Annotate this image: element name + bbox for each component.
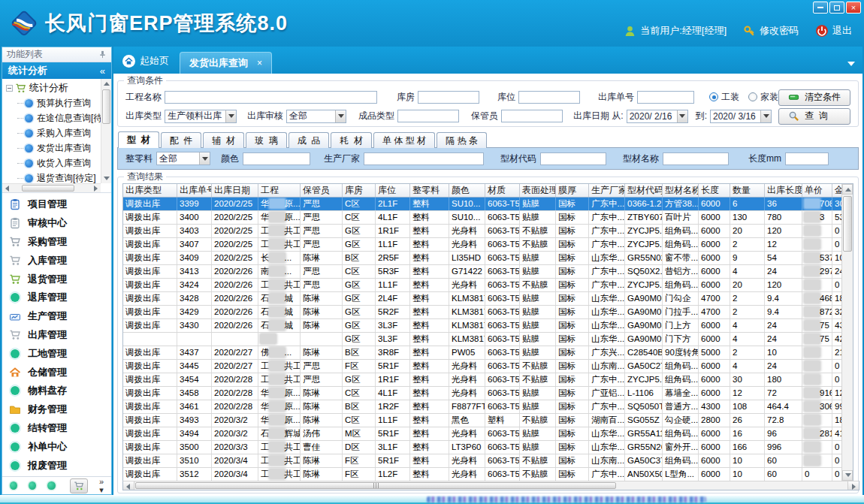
change-password-button[interactable]: 修改密码 [743, 24, 799, 38]
table-row[interactable]: 调拨出库34612020/2/28华原...陈琳B区1R2F整料F8877FT6… [123, 400, 841, 414]
column-header[interactable]: 金 [832, 184, 841, 197]
material-tab[interactable]: 耗 材 [331, 132, 372, 148]
audit-select[interactable]: 全部 [286, 110, 346, 123]
keeper-input[interactable] [501, 110, 563, 122]
column-header[interactable]: 出库日期 [212, 184, 258, 197]
table-row[interactable]: 调拨出库34002020/2/25华原...严思C区4L1F整料SU10...6… [123, 211, 841, 225]
column-header[interactable]: 工程 [258, 184, 301, 197]
table-row[interactable]: 调拨出库35122020/3/4工共工程陈琳F区1L2F整料光身料6063-T5… [123, 468, 841, 481]
grid-vertical-scrollbar[interactable] [841, 184, 853, 481]
table-row[interactable]: 调拨出库34542020/2/28工共工程严思G区1R1F整料光身料6063-T… [123, 373, 841, 387]
table-row[interactable]: 调拨出库34242020/2/26工共工程严思G区1L1F整料光身料6063-T… [123, 279, 841, 292]
tab-list-dropdown-icon[interactable] [847, 62, 855, 66]
search-button[interactable]: 查 询 [778, 108, 850, 125]
grid-horizontal-scrollbar[interactable] [122, 481, 859, 490]
zhengling-select[interactable]: 全部 [156, 152, 210, 165]
manufacturer-input[interactable] [364, 152, 484, 165]
tree-item[interactable]: 退货查询[待定] [17, 171, 101, 183]
table-row[interactable]: 调拨出库33992020/2/25华原...严思C区2L1F整料SU10...6… [123, 198, 841, 211]
radio-jiazhuang[interactable]: 家装 [748, 91, 778, 104]
out-type-select[interactable]: 生产领料出库 [165, 110, 237, 123]
section-header-statistics[interactable]: 统计分析 « [2, 62, 111, 79]
column-header[interactable]: 长度 [699, 184, 730, 197]
length-input[interactable] [785, 152, 829, 165]
tree-item[interactable]: 在途信息查询[待 [17, 110, 101, 125]
table-row[interactable]: 调拨出库34452020/2/27工共工程严思F区5R1F整料光身料6063-T… [123, 360, 841, 373]
material-tab[interactable]: 隔 热 条 [437, 132, 487, 148]
sidebar-module-退库管理[interactable]: 退库管理 [2, 288, 111, 307]
product-type-input[interactable] [397, 110, 459, 122]
column-header[interactable]: 数量 [730, 184, 765, 197]
column-header[interactable]: 型材名称 [663, 184, 699, 197]
radio-gongzhuang[interactable]: 工装 [709, 91, 739, 104]
table-row[interactable]: 调拨出库35002020/3/3工共工程曹佳D区3L1F整料LT3P606063… [123, 441, 841, 454]
column-header[interactable]: 库房 [343, 184, 376, 197]
column-header[interactable]: 出库类型 [123, 184, 177, 197]
table-row[interactable]: 调拨出库34092020/2/25长...陈琳B区2R5F整料LI35HD606… [123, 252, 841, 265]
warehouse-input[interactable] [418, 91, 479, 104]
column-header[interactable]: 单价 [802, 184, 832, 197]
profile-code-input[interactable] [540, 152, 606, 165]
sidebar-module-物料盘存[interactable]: 物料盘存 [2, 382, 111, 400]
material-tab[interactable]: 成 品 [289, 132, 330, 148]
module-dot-icon[interactable] [29, 481, 36, 490]
material-tab[interactable]: 辅 材 [203, 132, 244, 148]
tree-item[interactable]: 采购入库查询 [17, 125, 101, 140]
material-tab[interactable]: 玻 璃 [246, 132, 287, 148]
column-header[interactable]: 膜厚 [556, 184, 589, 197]
sidebar-module-工地管理[interactable]: 工地管理 [2, 344, 111, 363]
profile-name-input[interactable] [663, 152, 729, 165]
tree-vertical-scrollbar[interactable] [101, 79, 111, 183]
table-row[interactable]: 调拨出库34282020/2/26石城陈琳G区2L4F整料KLM38176063… [123, 292, 841, 306]
table-row[interactable]: 调拨出库34302020/2/26石城陈琳G区3L3F整料KLM38176063… [123, 319, 841, 333]
module-dot-icon[interactable] [10, 481, 17, 490]
tree-horizontal-scrollbar[interactable] [2, 183, 101, 192]
tree-item[interactable]: 发货出库查询 [17, 140, 101, 155]
column-header[interactable]: 型材代码 [625, 184, 663, 197]
date-from-select[interactable]: 2020/ 2/16 [627, 110, 688, 123]
table-row[interactable]: G区3L3F整料KLM38176063-T5贴膜国标山东华...GA90M09.… [123, 333, 841, 346]
column-header[interactable]: 整零料 [410, 184, 449, 197]
table-row[interactable]: 调拨出库34032020/2/25工共工程严思G区1R1F整料光身料6063-T… [123, 225, 841, 238]
pin-icon[interactable] [98, 50, 107, 59]
cart-module-button[interactable] [70, 478, 88, 493]
table-row[interactable]: 调拨出库34072020/2/25工共工程严思G区1L1F整料光身料6063-T… [123, 238, 841, 252]
clear-conditions-button[interactable]: 清空条件 [778, 89, 850, 106]
more-modules-button[interactable]: »▾ [99, 478, 104, 494]
column-header[interactable]: 保管员 [301, 184, 343, 197]
sidebar-module-结转管理[interactable]: 结转管理 [2, 419, 111, 438]
sidebar-module-审核中心[interactable]: 审核中心 [2, 214, 111, 233]
sidebar-module-退货管理[interactable]: 退货管理 [2, 270, 111, 288]
color-input[interactable] [243, 152, 310, 165]
column-header[interactable]: 颜色 [449, 184, 485, 197]
tab-close-icon[interactable]: × [257, 58, 262, 68]
sidebar-module-生产管理[interactable]: 生产管理 [2, 307, 111, 326]
tree-item[interactable]: 预算执行查询 [17, 95, 101, 110]
material-tab[interactable]: 型 材 [118, 131, 159, 148]
sidebar-module-仓储管理[interactable]: 仓储管理 [2, 363, 111, 382]
tree-expander-icon[interactable] [6, 85, 13, 92]
logout-button[interactable]: 退出 [815, 24, 852, 38]
table-row[interactable]: 调拨出库34582020/2/28华原...陈琳C区4L1F整料光身料6063-… [123, 387, 841, 400]
sidebar-module-采购管理[interactable]: 采购管理 [2, 233, 111, 252]
material-tab[interactable]: 单 体 型 材 [373, 132, 435, 148]
sidebar-module-补单中心[interactable]: 补单中心 [2, 437, 111, 456]
sidebar-module-项目管理[interactable]: 项目管理 [2, 195, 111, 214]
sidebar-module-财务管理[interactable]: 财务管理 [2, 400, 111, 419]
column-header[interactable]: 出库单号 [177, 184, 212, 197]
close-button[interactable]: × [846, 2, 861, 14]
tab-shipment-outbound-query[interactable]: 发货出库查询 × [180, 52, 272, 74]
column-header[interactable]: 生产厂家 [589, 184, 625, 197]
project-name-input[interactable] [165, 91, 377, 104]
module-dot-icon[interactable] [47, 481, 55, 490]
maximize-button[interactable] [829, 2, 844, 14]
tab-home[interactable]: 起始页 [116, 54, 180, 74]
location-input[interactable] [518, 91, 580, 104]
table-row[interactable]: 调拨出库34942020/3/2石辉城汤伟M区5R1F整料光身料6063-T5贴… [123, 427, 841, 441]
table-row[interactable]: 调拨出库34372020/2/27佛...陈琳B区3R8F整料PW056063-… [123, 346, 841, 360]
material-tab[interactable]: 配 件 [161, 132, 202, 148]
tree-item[interactable]: 收货入库查询 [17, 155, 101, 171]
table-row[interactable]: 调拨出库35102020/3/4工共工程陈琳F区5R1F整料光身料6063-T5… [123, 454, 841, 468]
column-header[interactable]: 材质 [485, 184, 520, 197]
collapse-icon[interactable]: « [100, 65, 105, 77]
